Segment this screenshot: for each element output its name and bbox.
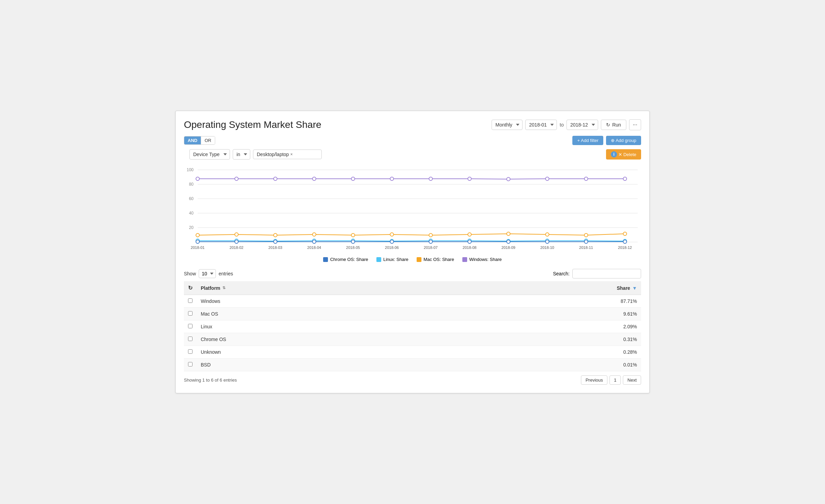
svg-text:2018-06: 2018-06 — [385, 245, 399, 250]
legend-linux: Linux: Share — [376, 257, 408, 262]
svg-text:2018-11: 2018-11 — [579, 245, 593, 250]
date-to-select[interactable]: 2018-12 — [566, 120, 598, 130]
filter-row-left: Device Type in Desktop/laptop × — [189, 149, 322, 160]
add-filter-button[interactable]: + Add filter — [572, 136, 603, 145]
table-row: Unknown 0.28% — [184, 346, 641, 359]
svg-point-31 — [507, 232, 510, 235]
svg-point-13 — [274, 177, 277, 180]
svg-point-48 — [235, 240, 238, 243]
svg-point-14 — [312, 177, 316, 180]
table-header-row: ↻ Platform ⇅ Share ▼ — [184, 281, 641, 295]
platform-column-header[interactable]: Platform ⇅ — [197, 281, 438, 295]
filter-tag: Desktop/laptop × — [257, 152, 293, 157]
row-checkbox[interactable] — [188, 298, 192, 303]
refresh-all-icon[interactable]: ↻ — [188, 285, 192, 291]
app-container: Operating System Market Share Monthly 20… — [175, 111, 650, 393]
svg-point-19 — [507, 177, 510, 181]
platform-cell: Unknown — [197, 346, 438, 359]
row-checkbox[interactable] — [188, 349, 192, 354]
search-input[interactable] — [572, 269, 641, 278]
svg-text:2018-07: 2018-07 — [424, 245, 438, 250]
table-controls: Show 10 25 50 entries Search: — [184, 269, 641, 278]
filter-tag-input[interactable]: Desktop/laptop × — [253, 150, 322, 159]
svg-point-28 — [390, 233, 394, 236]
page-number: 1 — [609, 375, 621, 385]
row-checkbox[interactable] — [188, 324, 192, 328]
svg-text:2018-01: 2018-01 — [191, 245, 205, 250]
info-icon: i — [611, 151, 617, 157]
svg-point-25 — [274, 233, 277, 237]
svg-point-17 — [429, 177, 432, 180]
row-checkbox[interactable] — [188, 362, 192, 366]
svg-point-16 — [390, 177, 394, 180]
svg-point-56 — [546, 240, 549, 243]
share-cell: 0.31% — [438, 333, 641, 346]
table-row: Windows 87.71% — [184, 295, 641, 308]
share-cell: 87.71% — [438, 295, 641, 308]
svg-point-18 — [468, 177, 471, 180]
legend-linux-swatch — [376, 257, 381, 262]
share-cell: 0.28% — [438, 346, 641, 359]
previous-button[interactable]: Previous — [581, 375, 607, 385]
svg-point-22 — [623, 177, 627, 180]
row-checkbox-cell — [184, 359, 197, 371]
svg-point-51 — [351, 240, 355, 243]
svg-point-30 — [468, 233, 471, 236]
legend-macos: Mac OS: Share — [417, 257, 454, 262]
filter-operator-select[interactable]: in — [233, 149, 250, 160]
delete-button[interactable]: i ✕ Delete — [606, 149, 641, 160]
svg-point-33 — [584, 233, 588, 237]
svg-text:60: 60 — [189, 196, 194, 201]
filter-left: AND OR — [184, 136, 219, 145]
svg-text:20: 20 — [189, 225, 194, 230]
date-from-select[interactable]: 2018-01 — [525, 120, 557, 130]
table-row: BSD 0.01% — [184, 359, 641, 371]
next-button[interactable]: Next — [623, 375, 641, 385]
svg-text:40: 40 — [189, 211, 194, 216]
svg-text:2018-12: 2018-12 — [618, 245, 632, 250]
svg-text:2018-08: 2018-08 — [463, 245, 476, 250]
data-table: ↻ Platform ⇅ Share ▼ — [184, 281, 641, 371]
show-entries: Show 10 25 50 entries — [184, 269, 233, 278]
row-checkbox-cell — [184, 346, 197, 359]
svg-text:2018-04: 2018-04 — [307, 245, 321, 250]
tag-remove-icon[interactable]: × — [290, 152, 293, 157]
svg-point-26 — [312, 233, 316, 236]
svg-text:2018-09: 2018-09 — [502, 245, 515, 250]
add-group-button[interactable]: ⊕ Add group — [606, 136, 641, 145]
row-checkbox-cell — [184, 320, 197, 333]
entries-select[interactable]: 10 25 50 — [199, 269, 216, 278]
svg-point-32 — [546, 233, 549, 236]
share-column-header[interactable]: Share ▼ — [438, 281, 641, 295]
svg-point-47 — [196, 240, 199, 243]
svg-point-50 — [312, 240, 316, 243]
svg-point-55 — [507, 240, 510, 243]
row-checkbox[interactable] — [188, 311, 192, 316]
svg-point-24 — [235, 233, 238, 236]
svg-point-15 — [351, 177, 355, 180]
pagination: Previous 1 Next — [581, 375, 641, 385]
svg-point-54 — [468, 240, 471, 243]
refresh-icon: ↻ — [606, 122, 610, 128]
page-title: Operating System Market Share — [184, 119, 321, 130]
run-button[interactable]: ↻ Run — [601, 120, 626, 130]
row-checkbox[interactable] — [188, 337, 192, 341]
platform-cell: Linux — [197, 320, 438, 333]
more-options-button[interactable]: ··· — [629, 119, 641, 130]
svg-point-23 — [196, 233, 199, 237]
and-button[interactable]: AND — [184, 136, 201, 144]
row-checkbox-cell — [184, 308, 197, 320]
svg-point-20 — [546, 177, 549, 180]
table-row: Linux 2.09% — [184, 320, 641, 333]
to-label: to — [560, 122, 564, 128]
svg-text:2018-10: 2018-10 — [540, 245, 554, 250]
or-button[interactable]: OR — [201, 136, 215, 144]
svg-point-34 — [623, 232, 627, 235]
svg-text:100: 100 — [187, 167, 194, 172]
legend-windows-swatch — [462, 257, 467, 262]
legend-macos-swatch — [417, 257, 421, 262]
filter-field-select[interactable]: Device Type — [189, 149, 230, 160]
platform-sort-icon: ⇅ — [222, 286, 226, 290]
frequency-select[interactable]: Monthly — [492, 120, 522, 130]
svg-text:2018-03: 2018-03 — [268, 245, 282, 250]
